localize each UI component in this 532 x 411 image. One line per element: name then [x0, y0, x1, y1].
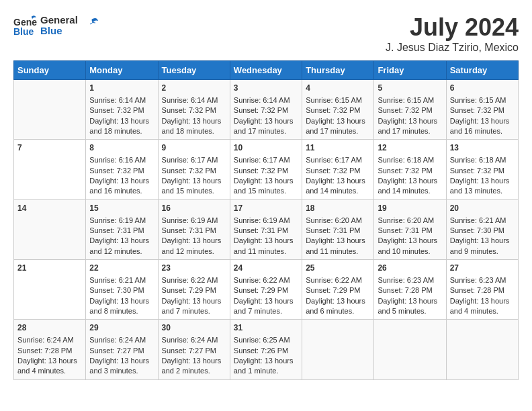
calendar-cell: 12Sunrise: 6:18 AM Sunset: 7:32 PM Dayli…: [374, 140, 446, 199]
day-number: 28: [17, 322, 82, 334]
svg-text:Blue: Blue: [13, 26, 34, 37]
day-number: 26: [378, 263, 442, 274]
day-info: Sunrise: 6:17 AM Sunset: 7:32 PM Dayligh…: [234, 155, 298, 197]
day-number: 2: [162, 83, 226, 94]
weekday-header-thursday: Thursday: [302, 61, 374, 80]
calendar-cell: 22Sunrise: 6:21 AM Sunset: 7:30 PM Dayli…: [86, 260, 158, 320]
day-info: Sunrise: 6:18 AM Sunset: 7:32 PM Dayligh…: [378, 155, 442, 197]
day-number: 29: [89, 322, 154, 334]
calendar-cell: 6Sunrise: 6:15 AM Sunset: 7:32 PM Daylig…: [446, 80, 518, 140]
day-number: 23: [162, 263, 226, 274]
day-number: 13: [450, 142, 515, 154]
calendar-cell: [446, 320, 518, 379]
day-info: Sunrise: 6:22 AM Sunset: 7:29 PM Dayligh…: [162, 275, 226, 317]
calendar-cell: 30Sunrise: 6:24 AM Sunset: 7:27 PM Dayli…: [158, 320, 230, 379]
weekday-header-saturday: Saturday: [446, 61, 518, 80]
day-info: Sunrise: 6:23 AM Sunset: 7:28 PM Dayligh…: [378, 275, 442, 317]
day-number: 30: [162, 322, 226, 334]
calendar-table: SundayMondayTuesdayWednesdayThursdayFrid…: [13, 60, 519, 380]
calendar-cell: 31Sunrise: 6:25 AM Sunset: 7:26 PM Dayli…: [230, 320, 302, 379]
bird-icon: [81, 16, 99, 35]
weekday-header-tuesday: Tuesday: [158, 61, 230, 80]
day-info: Sunrise: 6:25 AM Sunset: 7:26 PM Dayligh…: [234, 335, 298, 377]
logo-icon: General Blue: [13, 13, 38, 38]
day-number: 31: [234, 322, 298, 334]
calendar-cell: [374, 320, 446, 379]
month-year: July 2024: [386, 13, 519, 42]
calendar-cell: 17Sunrise: 6:19 AM Sunset: 7:31 PM Dayli…: [230, 199, 302, 259]
calendar-cell: 19Sunrise: 6:20 AM Sunset: 7:31 PM Dayli…: [374, 199, 446, 259]
calendar-cell: 23Sunrise: 6:22 AM Sunset: 7:29 PM Dayli…: [158, 260, 230, 320]
weekday-header-friday: Friday: [374, 61, 446, 80]
calendar-cell: 13Sunrise: 6:18 AM Sunset: 7:32 PM Dayli…: [446, 140, 518, 199]
day-number: 19: [378, 203, 442, 214]
calendar-cell: 10Sunrise: 6:17 AM Sunset: 7:32 PM Dayli…: [230, 140, 302, 199]
calendar-cell: 25Sunrise: 6:22 AM Sunset: 7:29 PM Dayli…: [302, 260, 374, 320]
calendar-cell: 8Sunrise: 6:16 AM Sunset: 7:32 PM Daylig…: [86, 140, 158, 199]
day-info: Sunrise: 6:15 AM Sunset: 7:32 PM Dayligh…: [378, 95, 442, 137]
weekday-header-row: SundayMondayTuesdayWednesdayThursdayFrid…: [14, 61, 519, 80]
calendar-cell: 5Sunrise: 6:15 AM Sunset: 7:32 PM Daylig…: [374, 80, 446, 140]
day-info: Sunrise: 6:19 AM Sunset: 7:31 PM Dayligh…: [162, 216, 226, 257]
day-number: 5: [378, 83, 442, 94]
logo: General Blue General Blue: [13, 13, 99, 38]
day-number: 20: [450, 203, 515, 214]
day-info: Sunrise: 6:15 AM Sunset: 7:32 PM Dayligh…: [306, 95, 370, 137]
day-info: Sunrise: 6:19 AM Sunset: 7:31 PM Dayligh…: [89, 216, 154, 257]
day-number: 21: [17, 263, 82, 274]
day-number: 4: [306, 83, 370, 94]
day-number: 10: [234, 142, 298, 154]
calendar-cell: 29Sunrise: 6:24 AM Sunset: 7:27 PM Dayli…: [86, 320, 158, 379]
calendar-cell: 2Sunrise: 6:14 AM Sunset: 7:32 PM Daylig…: [158, 80, 230, 140]
day-info: Sunrise: 6:20 AM Sunset: 7:31 PM Dayligh…: [378, 216, 442, 257]
calendar-cell: 15Sunrise: 6:19 AM Sunset: 7:31 PM Dayli…: [86, 199, 158, 259]
day-number: 25: [306, 263, 370, 274]
day-number: 3: [234, 83, 298, 94]
week-row-4: 2122Sunrise: 6:21 AM Sunset: 7:30 PM Day…: [14, 260, 519, 320]
page-header: General Blue General Blue July 2024 J. J…: [13, 13, 519, 54]
calendar-cell: [14, 80, 86, 140]
day-number: 27: [450, 263, 515, 274]
day-info: Sunrise: 6:14 AM Sunset: 7:32 PM Dayligh…: [89, 95, 154, 137]
location: J. Jesus Diaz Tzirio, Mexico: [386, 42, 519, 54]
weekday-header-monday: Monday: [86, 61, 158, 80]
day-number: 15: [89, 203, 154, 214]
title-block: July 2024 J. Jesus Diaz Tzirio, Mexico: [386, 13, 519, 54]
day-number: 17: [234, 203, 298, 214]
calendar-cell: 4Sunrise: 6:15 AM Sunset: 7:32 PM Daylig…: [302, 80, 374, 140]
calendar-cell: 18Sunrise: 6:20 AM Sunset: 7:31 PM Dayli…: [302, 199, 374, 259]
day-info: Sunrise: 6:16 AM Sunset: 7:32 PM Dayligh…: [89, 155, 154, 197]
day-info: Sunrise: 6:14 AM Sunset: 7:32 PM Dayligh…: [162, 95, 226, 137]
calendar-cell: [302, 320, 374, 379]
day-info: Sunrise: 6:17 AM Sunset: 7:32 PM Dayligh…: [306, 155, 370, 197]
day-info: Sunrise: 6:17 AM Sunset: 7:32 PM Dayligh…: [162, 155, 226, 197]
day-number: 8: [89, 142, 154, 154]
day-info: Sunrise: 6:23 AM Sunset: 7:28 PM Dayligh…: [450, 275, 515, 317]
day-number: 9: [162, 142, 226, 154]
day-number: 18: [306, 203, 370, 214]
day-number: 14: [17, 203, 82, 214]
day-info: Sunrise: 6:22 AM Sunset: 7:29 PM Dayligh…: [306, 275, 370, 317]
day-info: Sunrise: 6:24 AM Sunset: 7:28 PM Dayligh…: [17, 335, 82, 377]
week-row-3: 1415Sunrise: 6:19 AM Sunset: 7:31 PM Day…: [14, 199, 519, 259]
weekday-header-sunday: Sunday: [14, 61, 86, 80]
calendar-cell: 27Sunrise: 6:23 AM Sunset: 7:28 PM Dayli…: [446, 260, 518, 320]
day-info: Sunrise: 6:21 AM Sunset: 7:30 PM Dayligh…: [89, 275, 154, 317]
calendar-cell: 3Sunrise: 6:14 AM Sunset: 7:32 PM Daylig…: [230, 80, 302, 140]
day-number: 12: [378, 142, 442, 154]
day-number: 16: [162, 203, 226, 214]
day-number: 24: [234, 263, 298, 274]
week-row-2: 78Sunrise: 6:16 AM Sunset: 7:32 PM Dayli…: [14, 140, 519, 199]
calendar-cell: 14: [14, 199, 86, 259]
day-number: 7: [17, 142, 82, 154]
day-info: Sunrise: 6:20 AM Sunset: 7:31 PM Dayligh…: [306, 216, 370, 257]
calendar-cell: 11Sunrise: 6:17 AM Sunset: 7:32 PM Dayli…: [302, 140, 374, 199]
calendar-cell: 9Sunrise: 6:17 AM Sunset: 7:32 PM Daylig…: [158, 140, 230, 199]
calendar-cell: 21: [14, 260, 86, 320]
day-info: Sunrise: 6:18 AM Sunset: 7:32 PM Dayligh…: [450, 155, 515, 197]
day-number: 11: [306, 142, 370, 154]
calendar-cell: 7: [14, 140, 86, 199]
calendar-cell: 1Sunrise: 6:14 AM Sunset: 7:32 PM Daylig…: [86, 80, 158, 140]
day-info: Sunrise: 6:24 AM Sunset: 7:27 PM Dayligh…: [89, 335, 154, 377]
day-info: Sunrise: 6:19 AM Sunset: 7:31 PM Dayligh…: [234, 216, 298, 257]
